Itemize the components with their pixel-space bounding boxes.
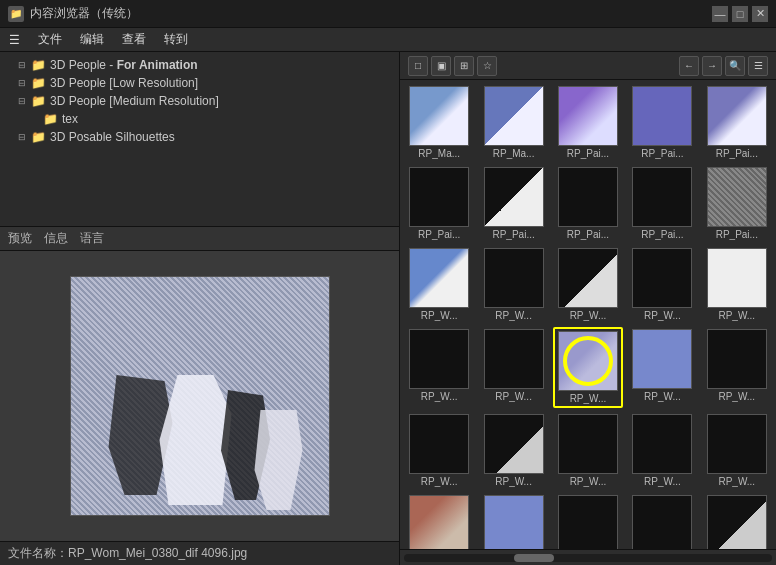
- thumbnail-image: [484, 329, 544, 389]
- thumbnail-item[interactable]: RP_Pai...: [478, 165, 548, 242]
- thumbnail-item[interactable]: RP_Pai...: [404, 165, 474, 242]
- preview-image-inner: [71, 277, 329, 515]
- thumbnail-item[interactable]: RP_W...: [627, 412, 697, 489]
- thumbnail-image: [707, 495, 767, 549]
- thumbnail-label: RP_W...: [558, 310, 618, 321]
- menu-file[interactable]: 文件: [30, 29, 70, 50]
- scrollbar-track: [404, 554, 772, 562]
- thumbnail-image: [409, 86, 469, 146]
- thumbnail-item[interactable]: RP_W...: [404, 493, 474, 549]
- thumbnail-image: [558, 167, 618, 227]
- thumbnail-item[interactable]: RP_W...: [478, 327, 548, 408]
- thumbnail-item[interactable]: RP_W...: [702, 246, 772, 323]
- thumbnail-label: RP_Pai...: [558, 148, 618, 159]
- toolbar-btn-star[interactable]: ☆: [477, 56, 497, 76]
- thumbnail-item[interactable]: RP_W...: [702, 327, 772, 408]
- thumbnail-item[interactable]: RP_W...: [627, 493, 697, 549]
- tree-item-3dpeople-low[interactable]: ⊟ 📁 3D People [Low Resolution]: [0, 74, 399, 92]
- tree-item-3dposable[interactable]: ⊟ 📁 3D Posable Silhouettes: [0, 128, 399, 146]
- thumbnail-label: RP_W...: [484, 310, 544, 321]
- thumbnail-item[interactable]: RP_Pai...: [702, 165, 772, 242]
- thumbnail-label: RP_W...: [707, 310, 767, 321]
- tree-label: 3D People [Medium Resolution]: [50, 94, 219, 108]
- folder-icon: 📁: [30, 59, 46, 71]
- thumbnail-item[interactable]: RP_W...: [702, 493, 772, 549]
- thumbnail-item[interactable]: RP_W...: [553, 327, 623, 408]
- thumbnail-label: RP_W...: [484, 391, 544, 402]
- thumbnail-image: [632, 414, 692, 474]
- tree-label: 3D Posable Silhouettes: [50, 130, 175, 144]
- thumbnail-item[interactable]: RP_Pai...: [627, 84, 697, 161]
- tab-info[interactable]: 信息: [44, 228, 68, 249]
- thumbnail-item[interactable]: RP_Ma...: [404, 84, 474, 161]
- hamburger-icon[interactable]: ☰: [4, 30, 24, 50]
- thumbnail-image: [409, 329, 469, 389]
- tab-language[interactable]: 语言: [80, 228, 104, 249]
- thumbnail-image: [707, 86, 767, 146]
- thumbnail-item[interactable]: RP_Pai...: [702, 84, 772, 161]
- tree-item-3dpeople-animation[interactable]: ⊟ 📁 3D People - For Animation: [0, 56, 399, 74]
- menu-bar: ☰ 文件 编辑 查看 转到: [0, 28, 776, 52]
- thumbnail-image: [632, 86, 692, 146]
- thumbnail-item[interactable]: RP_Pai...: [553, 84, 623, 161]
- thumbnail-label: RP_Pai...: [707, 229, 767, 240]
- thumbnail-image: [409, 167, 469, 227]
- thumbnail-item[interactable]: [553, 493, 623, 549]
- scrollbar-thumb[interactable]: [514, 554, 554, 562]
- thumbnail-image: [409, 248, 469, 308]
- tab-preview[interactable]: 预览: [8, 228, 32, 249]
- thumbnail-image: [484, 414, 544, 474]
- filename-bar: 文件名称：RP_Wom_Mei_0380_dif 4096.jpg: [0, 541, 399, 565]
- thumbnail-label: RP_Pai...: [558, 229, 618, 240]
- menu-edit[interactable]: 编辑: [72, 29, 112, 50]
- thumbnail-item[interactable]: RP_W...: [404, 327, 474, 408]
- thumbnail-label: RP_W...: [632, 310, 692, 321]
- maximize-button[interactable]: □: [732, 6, 748, 22]
- tree-item-tex[interactable]: 📁 tex: [0, 110, 399, 128]
- toolbar-btn-back[interactable]: ←: [679, 56, 699, 76]
- thumbnail-item[interactable]: RP_W...: [404, 246, 474, 323]
- app-icon: 📁: [8, 6, 24, 22]
- menu-view[interactable]: 查看: [114, 29, 154, 50]
- thumbnail-label: RP_W...: [558, 476, 618, 487]
- toolbar-btn-list[interactable]: ⊞: [454, 56, 474, 76]
- thumbnail-item[interactable]: RP_W...: [627, 327, 697, 408]
- toolbar-btn-search[interactable]: 🔍: [725, 56, 745, 76]
- thumbnail-item[interactable]: RP_W...: [478, 246, 548, 323]
- thumbnail-item[interactable]: RP_W...: [553, 246, 623, 323]
- thumbnail-label: RP_Ma...: [409, 148, 469, 159]
- thumbnail-label: RP_W...: [484, 476, 544, 487]
- thumbnail-image: [707, 329, 767, 389]
- thumbnail-image: [409, 495, 469, 549]
- right-toolbar: □ ▣ ⊞ ☆ ← → 🔍 ☰: [400, 52, 776, 80]
- expand-icon: ⊟: [16, 77, 28, 89]
- thumbnail-label: RP_W...: [707, 476, 767, 487]
- thumbnail-image: [484, 167, 544, 227]
- thumbnail-item[interactable]: [478, 493, 548, 549]
- thumbnail-item[interactable]: RP_W...: [702, 412, 772, 489]
- menu-goto[interactable]: 转到: [156, 29, 196, 50]
- thumbnail-item[interactable]: RP_W...: [627, 246, 697, 323]
- toolbar-btn-grid[interactable]: ▣: [431, 56, 451, 76]
- thumbnail-item[interactable]: RP_W...: [478, 412, 548, 489]
- thumbnail-item[interactable]: RP_Pai...: [627, 165, 697, 242]
- horizontal-scrollbar[interactable]: [400, 549, 776, 565]
- toolbar-btn-menu[interactable]: ☰: [748, 56, 768, 76]
- toolbar-btn-rect[interactable]: □: [408, 56, 428, 76]
- left-panel: ⊟ 📁 3D People - For Animation ⊟ 📁 3D Peo…: [0, 52, 400, 565]
- thumbnail-item[interactable]: RP_Ma...: [478, 84, 548, 161]
- thumbnail-image: [632, 495, 692, 549]
- tree-item-3dpeople-med[interactable]: ⊟ 📁 3D People [Medium Resolution]: [0, 92, 399, 110]
- thumbnail-image: [707, 414, 767, 474]
- thumbnail-item[interactable]: RP_W...: [404, 412, 474, 489]
- thumbnail-item[interactable]: RP_Pai...: [553, 165, 623, 242]
- folder-icon: 📁: [42, 113, 58, 125]
- thumbnail-item[interactable]: RP_W...: [553, 412, 623, 489]
- bottom-tabs: 预览 信息 语言: [0, 227, 399, 251]
- window-title: 内容浏览器（传统）: [30, 5, 712, 22]
- thumbnail-label: RP_W...: [409, 310, 469, 321]
- toolbar-btn-forward[interactable]: →: [702, 56, 722, 76]
- minimize-button[interactable]: —: [712, 6, 728, 22]
- close-button[interactable]: ✕: [752, 6, 768, 22]
- thumbnail-label: RP_W...: [707, 391, 767, 402]
